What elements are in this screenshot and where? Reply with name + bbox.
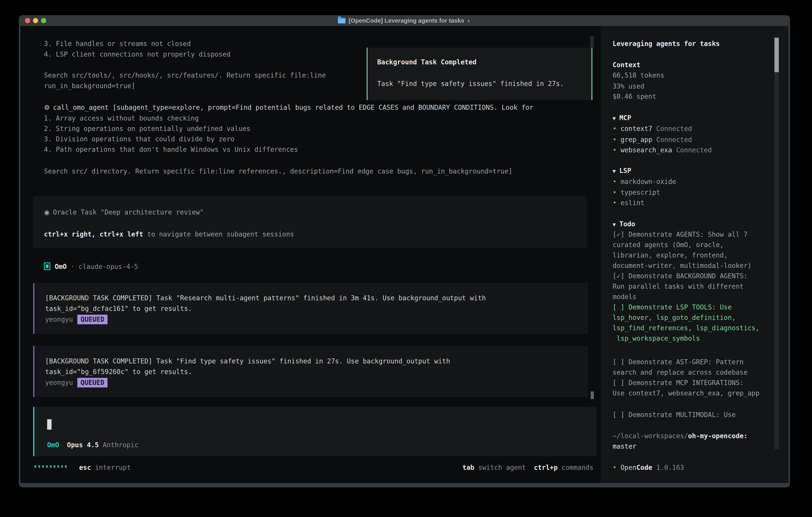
tool-call-item: 4. Path operations that don't handle Win… [44,145,298,154]
todo-line: search and replace across codebase [613,368,748,377]
mcp-section-header[interactable]: ▼MCP [613,113,631,123]
todo-line: Use context7, websearch_exa, grep_app [613,389,759,398]
moon-badge-icon: ◐ [467,17,471,24]
context-heading: Context [613,60,640,70]
status-dot-icon: • [613,464,617,471]
app-version-row: • OpenCode 1.0.163 [613,463,684,472]
message-line: [BACKGROUND TASK COMPLETED] Task "Resear… [45,294,486,303]
todo-line: [✓] Demonstrate BACKGROUND AGENTS: [613,272,748,281]
hint-keys: ctrl+x right, ctrl+x left [44,230,143,238]
hint-rest: to navigate between subagent sessions [143,230,294,238]
todo-line: models [613,292,636,301]
agent-header: OmO · claude-opus-4-5 [44,262,138,271]
input-model: Opus 4.5 [67,441,99,449]
agent-separator [67,263,71,271]
background-task-toast: Background Task Completed Task "Find typ… [367,48,592,100]
tool-call-item: 2. String operations on potentially unde… [44,124,250,133]
message-meta: yeongyuQUEUED [45,315,108,324]
todo-line: librarian, explore, frontend, [613,251,728,260]
scrollback-line: run_in_background=true] [44,81,135,90]
session-title: Leveraging agents for tasks [613,39,720,48]
oracle-task-title: ◉Oracle Task "Deep architecture review" [44,208,204,217]
close-window-button[interactable] [25,18,30,23]
scrollback-line: Search src/tools/, src/hooks/, src/featu… [44,71,326,80]
window-title: [OpenCode] Leveraging agents for tasks ◐ [338,17,471,24]
scrollback-line: 4. LSP client connections not properly d… [44,50,231,59]
todo-line: curated agents (OmO, oracle, [613,240,724,249]
agent-model: claude-opus-4-5 [79,263,138,271]
mcp-item: • grep_app Connected [613,135,692,144]
tool-call-item: 1. Array access without bounds checking [44,114,199,123]
ctrlp-key-hint: ctrl+p [534,464,558,471]
spinner-dots [35,465,69,469]
todo-section-header[interactable]: ▼Todo [613,219,635,229]
message-line: task_id="bg_6f59260c" to get results. [45,367,192,377]
tool-call-tail: Search src/ directory. Return specific f… [44,167,512,176]
tab-key-label: switch agent [478,464,526,471]
input-provider: Anthropic [103,441,139,449]
oracle-task-card: ◉Oracle Task "Deep architecture review" … [33,196,587,248]
sidebar-scrollbar-track[interactable] [775,36,779,449]
queued-badge: QUEUED [77,378,108,387]
todo-line: document-writer, multimodal-looker) [613,261,751,270]
message-line: task_id="bg_dcfac161" to get results. [45,304,192,313]
todo-line-active: lsp_workspace_symbols [613,334,700,343]
text-cursor [47,419,52,430]
statusbar-left: esc interrupt [79,463,131,472]
message-meta: yeongyuQUEUED [45,378,108,387]
todo-line-active: lsp_hover, lsp_goto_definition, [613,313,736,322]
todo-line: Run parallel tasks with different [613,282,744,291]
main-scrollbar-thumb-top[interactable] [590,36,594,47]
context-used: 33% used [613,82,644,91]
todo-line-active: [ ] Demonstrate LSP TOOLS: Use [613,303,732,312]
main-scrollbar-thumb[interactable] [590,391,594,399]
todo-line-active: lsp_find_references, lsp_diagnostics, [613,324,759,333]
agent-name: OmO [55,263,67,271]
toast-title: Background Task Completed [377,58,476,67]
esc-key-label: interrupt [95,464,131,471]
terminal-content: 3. File handles or streams not closed 4.… [20,26,788,483]
minimize-window-button[interactable] [33,18,38,23]
message-card: [BACKGROUND TASK COMPLETED] Task "Resear… [33,283,588,334]
message-author: yeongyu [45,379,73,386]
chevron-down-icon: ▼ [613,168,616,174]
status-dot-icon: • [613,178,617,186]
gear-icon: ⚙ [44,104,50,111]
queued-badge: QUEUED [77,315,108,324]
status-dot-icon: • [613,146,617,154]
fisheye-icon: ◉ [44,208,50,216]
status-dot-icon: • [613,125,617,133]
statusbar-right: tab switch agent ctrl+p commands [462,463,593,472]
message-author: yeongyu [45,316,73,323]
context-spent: $0.46 spent [613,92,656,101]
session-sidebar: Leveraging agents for tasks Context 66,5… [601,26,788,483]
mcp-item: • websearch_exa Connected [613,145,712,155]
terminal-window: [OpenCode] Leveraging agents for tasks ◐… [19,15,790,487]
message-line: [BACKGROUND TASK COMPLETED] Task "Find t… [45,357,450,366]
prompt-input[interactable]: OmO Opus 4.5 Anthropic [33,407,597,456]
toast-body: Task "Find type safety issues" finished … [377,79,564,88]
chevron-down-icon: ▼ [613,221,616,227]
lsp-section-header[interactable]: ▼LSP [613,166,631,176]
status-dot-icon: • [613,189,617,196]
context-tokens: 66,518 tokens [613,71,664,80]
status-dot-icon: • [613,136,617,143]
lsp-item: • eslint [613,198,644,208]
todo-line: [ ] Demonstrate MULTIMODAL: Use [613,410,736,419]
tool-call-item: 3. Division operations that could divide… [44,135,235,144]
todo-line: [✓] Demonstrate AGENTS: Show all 7 [613,230,748,239]
agent-checkbox-icon [44,263,50,270]
zoom-window-button[interactable] [41,18,46,23]
status-dot-icon: • [613,199,617,207]
esc-key-hint: esc [79,464,91,471]
window-title-text: [OpenCode] Leveraging agents for tasks [349,17,464,24]
tool-call-text: call_omo_agent [subagent_type=explore, p… [53,104,533,111]
sidebar-scrollbar-thumb[interactable] [775,38,779,72]
mcp-item: • context7 Connected [613,124,692,133]
todo-line: [ ] Demonstrate AST-GREP: Pattern [613,357,744,366]
folder-icon [338,18,345,23]
input-agent: OmO [47,441,59,449]
message-card: [BACKGROUND TASK COMPLETED] Task "Find t… [33,346,588,397]
input-model-row: OmO Opus 4.5 Anthropic [47,440,139,450]
subagent-nav-hint: ctrl+x right, ctrl+x left to navigate be… [44,230,294,239]
